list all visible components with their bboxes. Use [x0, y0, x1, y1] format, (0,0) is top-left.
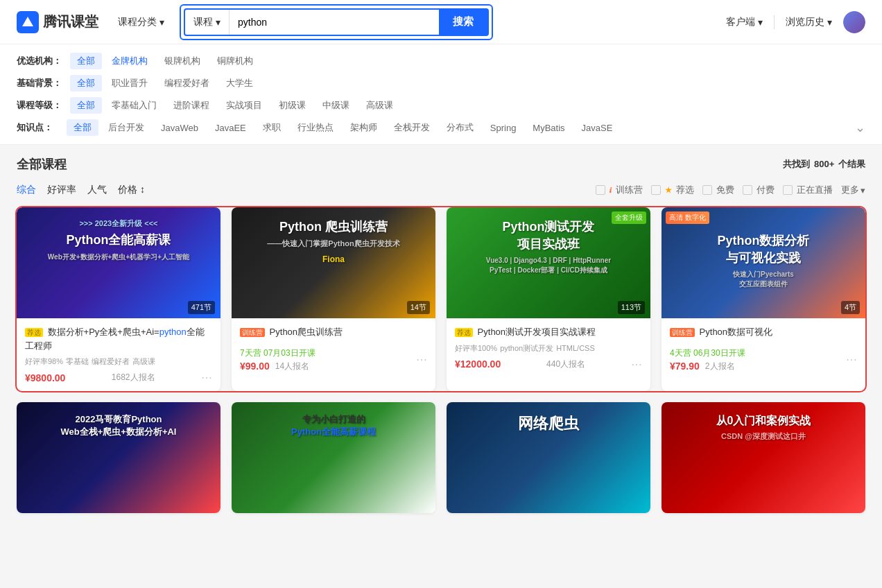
course-card-6[interactable]: 专为小白打造的Python全能高薪课程	[232, 402, 435, 513]
filter-option-beginner[interactable]: 零基础入门	[105, 97, 164, 114]
search-button[interactable]: 搜索	[439, 10, 487, 35]
card-footer-3: ¥12000.00 440人报名 ⋯	[455, 358, 642, 371]
filter-check-live[interactable]: 正在直播	[783, 184, 833, 196]
card-footer-2: 7天营 07月03日开课 ¥99.00 14人报名 ⋯	[240, 347, 427, 372]
more-icon-1[interactable]: ⋯	[201, 371, 212, 384]
card-thumb-1: >>> 2023全新升级 <<< Python全能高薪课 Web开发+数据分析+…	[17, 207, 220, 318]
filter-option-all-inst[interactable]: 全部	[70, 53, 102, 69]
course-card-7[interactable]: 网络爬虫	[447, 402, 650, 513]
price-1: ¥9800.00	[25, 372, 65, 383]
course-card-8[interactable]: 从0入门和案例实战 CSDN @深度测试这口井	[662, 402, 865, 513]
xunlian-label: 训练营	[616, 184, 643, 196]
filter-option-gold[interactable]: 金牌机构	[105, 53, 155, 69]
search-input[interactable]	[230, 10, 439, 35]
checkbox-jinxuan[interactable]	[651, 185, 661, 195]
filter-check-free[interactable]: 免费	[702, 184, 734, 196]
course-grid-first-row: >>> 2023全新升级 <<< Python全能高薪课 Web开发+数据分析+…	[17, 207, 865, 391]
card-title-4: 训练营 Python数据可视化	[670, 325, 857, 339]
high-digital-badge: 高清 数字化	[666, 211, 709, 224]
card-thumb-4: 高清 数字化 Python数据分析与可视化实践 快速入门Pyecharts交互应…	[662, 207, 865, 318]
course-grid-second-row: 2022马哥教育PythonWeb全栈+爬虫+数据分析+AI 专为小白打造的Py…	[17, 402, 865, 513]
node-count-3: 113节	[618, 301, 645, 314]
avatar[interactable]	[843, 11, 865, 33]
filter-option-mybatis[interactable]: MyBatis	[526, 121, 571, 135]
thumb-text-1: >>> 2023全新升级 <<< Python全能高薪课 Web开发+数据分析+…	[17, 207, 220, 273]
client-link[interactable]: 客户端 ▾	[726, 16, 763, 28]
filter-option-middle[interactable]: 中级课	[315, 97, 356, 114]
filter-option-javase[interactable]: JavaSE	[575, 121, 620, 135]
thumb-text-5: 2022马哥教育PythonWeb全栈+爬虫+数据分析+AI	[17, 402, 220, 449]
course-card-5[interactable]: 2022马哥教育PythonWeb全栈+爬虫+数据分析+AI	[17, 402, 220, 513]
card-body-2: 训练营 Python爬虫训练营 7天营 07月03日开课 ¥99.00 14人报…	[232, 318, 435, 379]
history-link[interactable]: 浏览历史 ▾	[786, 16, 832, 28]
filter-row-background: 基础背景： 全部 职业晋升 编程爱好者 大学生	[17, 75, 865, 92]
filter-option-fullstack[interactable]: 全栈开发	[387, 119, 437, 136]
more-button[interactable]: 更多 ▾	[841, 184, 865, 196]
filter-option-all-bg[interactable]: 全部	[70, 75, 102, 92]
filter-check-xunlian[interactable]: 𝒊 训练营	[596, 184, 643, 196]
card-body-4: 训练营 Python数据可视化 4天营 06月30日开课 ¥79.90 2人报名	[662, 318, 865, 379]
course-card-2[interactable]: Python 爬虫训练营 ——快速入门掌握Python爬虫开发技术 Fiona …	[232, 207, 435, 391]
search-category-dropdown[interactable]: 课程 ▾	[185, 10, 230, 35]
card-thumb-8: 从0入门和案例实战 CSDN @深度测试这口井	[662, 402, 865, 513]
expand-icon[interactable]: ⌄	[855, 120, 865, 135]
course-card-4[interactable]: 高清 数字化 Python数据分析与可视化实践 快速入门Pyecharts交互应…	[662, 207, 865, 391]
filter-option-distributed[interactable]: 分布式	[440, 119, 481, 136]
filter-option-hobbyist[interactable]: 编程爱好者	[157, 75, 216, 92]
card-thumb-7: 网络爬虫	[447, 402, 650, 513]
card-thumb-6: 专为小白打造的Python全能高薪课程	[232, 402, 435, 513]
course-card-3[interactable]: Python测试开发项目实战班 Vue3.0 | Django4.3 | DRF…	[447, 207, 650, 391]
filter-check-paid[interactable]: 付费	[743, 184, 775, 196]
header-right: 客户端 ▾ 浏览历史 ▾	[726, 11, 865, 33]
filter-option-project[interactable]: 实战项目	[219, 97, 269, 114]
filter-option-advanced[interactable]: 进阶课程	[166, 97, 216, 114]
divider	[774, 15, 775, 29]
filter-option-hot[interactable]: 行业热点	[291, 119, 340, 136]
logo[interactable]: 腾讯课堂	[17, 11, 98, 33]
filter-options-background: 全部 职业晋升 编程爱好者 大学生	[70, 75, 260, 92]
sort-item-rating[interactable]: 好评率	[47, 184, 76, 196]
svg-marker-0	[22, 17, 33, 26]
filter-option-bronze[interactable]: 铜牌机构	[210, 53, 260, 69]
checkbox-free[interactable]	[702, 185, 712, 195]
filter-check-jinxuan[interactable]: ★ 荐选	[651, 184, 694, 196]
open-date-4: 4天营 06月30日开课	[670, 347, 745, 359]
enroll-3: 440人报名	[546, 358, 585, 370]
course-card-1[interactable]: >>> 2023全新升级 <<< Python全能高薪课 Web开发+数据分析+…	[17, 207, 220, 391]
nav-courses[interactable]: 课程分类 ▾	[112, 16, 170, 28]
card-footer-1: ¥9800.00 1682人报名 ⋯	[25, 371, 212, 384]
checkbox-live[interactable]	[783, 185, 793, 195]
logo-text: 腾讯课堂	[43, 12, 98, 31]
filter-option-javaweb[interactable]: JavaWeb	[154, 121, 205, 135]
filter-label-level: 课程等级：	[17, 99, 62, 112]
filter-option-backend[interactable]: 后台开发	[101, 119, 151, 136]
sort-right: 𝒊 训练营 ★ 荐选 免费 付费 正在直播 更多 ▾	[596, 184, 865, 196]
thumb-text-4: Python数据分析与可视化实践 快速入门Pyecharts交互应图表组件	[662, 221, 865, 300]
live-label: 正在直播	[797, 184, 833, 196]
filter-option-primary[interactable]: 初级课	[272, 97, 313, 114]
card-footer-4: 4天营 06月30日开课 ¥79.90 2人报名 ⋯	[670, 347, 857, 372]
filter-option-architect[interactable]: 架构师	[343, 119, 384, 136]
filter-option-student[interactable]: 大学生	[219, 75, 260, 92]
card-title-1: 荐选 数据分析+Py全栈+爬虫+Ai=python全能工程师	[25, 325, 212, 352]
more-icon-2[interactable]: ⋯	[416, 353, 427, 366]
filter-option-all-kn[interactable]: 全部	[67, 119, 98, 136]
sort-item-popularity[interactable]: 人气	[87, 184, 107, 196]
checkbox-paid[interactable]	[743, 185, 752, 195]
more-icon-3[interactable]: ⋯	[631, 358, 642, 371]
filter-option-silver[interactable]: 银牌机构	[157, 53, 207, 69]
sort-item-price[interactable]: 价格 ↕	[118, 184, 145, 196]
filter-option-javaee[interactable]: JavaEE	[208, 121, 253, 135]
thumb-text-7: 网络爬虫	[447, 402, 650, 446]
filter-option-job[interactable]: 求职	[256, 119, 288, 136]
more-icon-4[interactable]: ⋯	[846, 353, 857, 366]
filter-option-spring[interactable]: Spring	[483, 121, 524, 135]
sort-left: 综合 好评率 人气 价格 ↕	[17, 184, 145, 196]
filter-option-all-lv[interactable]: 全部	[70, 97, 102, 114]
checkbox-xunlian[interactable]	[596, 185, 605, 195]
filter-option-career[interactable]: 职业晋升	[105, 75, 155, 92]
sort-item-comprehensive[interactable]: 综合	[17, 184, 36, 196]
enroll-2: 14人报名	[275, 361, 309, 372]
chevron-down-icon: ▾	[216, 17, 220, 28]
filter-option-senior[interactable]: 高级课	[359, 97, 400, 114]
